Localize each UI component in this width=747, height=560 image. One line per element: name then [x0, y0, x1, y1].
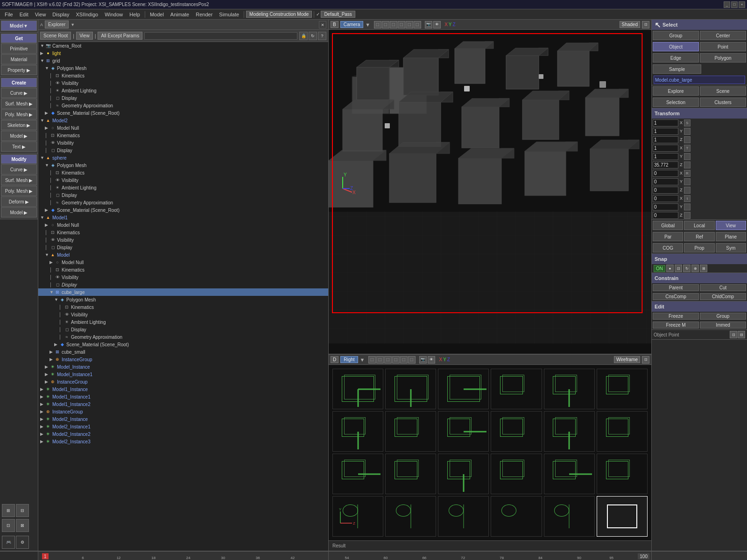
tree-item-2[interactable]: ▼⊞grid: [38, 57, 328, 64]
tree-item-34[interactable]: ▼◈Polygon Mesh: [38, 296, 328, 303]
explorer-tab[interactable]: Explorer: [45, 21, 69, 28]
tree-toggle-12[interactable]: │: [45, 133, 49, 138]
construction-mode-btn[interactable]: Modeling Construction Mode: [246, 11, 312, 18]
tree-item-16[interactable]: ▼◈Polygon Mesh: [38, 161, 328, 169]
view-icon-2[interactable]: ⚙: [16, 536, 29, 549]
tree-item-36[interactable]: │👁Visibility: [38, 311, 328, 318]
get-header[interactable]: Get: [1, 34, 37, 43]
right-icon-6[interactable]: ⬚: [408, 356, 416, 364]
point-btn[interactable]: Point: [700, 42, 746, 51]
tree-toggle-1[interactable]: ▶: [40, 51, 45, 56]
trans-z-input[interactable]: [653, 161, 678, 168]
tree-item-19[interactable]: │☀Ambient Lighting: [38, 184, 328, 191]
tree-toggle-18[interactable]: │: [49, 178, 54, 182]
tree-toggle-15[interactable]: ▼: [40, 155, 45, 160]
tree-toggle-19[interactable]: │: [49, 185, 54, 190]
right-icon-2[interactable]: ⬚: [376, 356, 384, 364]
snap-icon-a[interactable]: ●: [666, 265, 674, 272]
snap-icon-3[interactable]: ⊡: [2, 519, 15, 532]
tree-toggle-28[interactable]: ▼: [45, 252, 49, 257]
clusters-btn[interactable]: Clusters: [700, 98, 746, 107]
selection-btn[interactable]: Selection: [653, 98, 699, 107]
tree-toggle-31[interactable]: │: [49, 275, 54, 280]
prop-btn[interactable]: Prop: [684, 243, 714, 252]
tree-toggle-53[interactable]: ▶: [40, 439, 45, 444]
pass-btn[interactable]: Default_Pass: [321, 11, 355, 18]
tree-toggle-0[interactable]: ▼: [40, 43, 45, 48]
close-btn[interactable]: ×: [739, 1, 745, 8]
tree-item-39[interactable]: │≈Geometry Approximation: [38, 333, 328, 341]
tree-item-18[interactable]: │👁Visibility: [38, 176, 328, 184]
tree-item-22[interactable]: ▶◆Scene_Material (Scene_Root): [38, 206, 328, 214]
tree-toggle-38[interactable]: │: [59, 327, 63, 332]
viewport-expand-btn[interactable]: ⊡: [642, 21, 649, 28]
tree-toggle-16[interactable]: ▼: [45, 163, 49, 168]
tree-item-21[interactable]: │≈Geometry Approximation: [38, 199, 328, 206]
tree-item-20[interactable]: │◻Display: [38, 191, 328, 199]
skeleton-btn[interactable]: Skeleton ▶: [1, 120, 37, 130]
object-btn[interactable]: Object: [653, 42, 699, 51]
view-icon-1[interactable]: 🎮: [2, 536, 15, 549]
right-icon-4[interactable]: ⬚: [392, 356, 400, 364]
tree-toggle-7[interactable]: │: [49, 96, 54, 100]
tree-item-42[interactable]: ▶⊕InstanceGroup: [38, 356, 328, 363]
tree-toggle-46[interactable]: ▶: [40, 387, 45, 392]
tree-item-51[interactable]: ▶✳Model2_Instance1: [38, 423, 328, 430]
material-btn[interactable]: Material: [1, 54, 37, 64]
surf-mesh-modify-btn[interactable]: Surf. Mesh ▶: [1, 175, 37, 185]
cam-icon-3[interactable]: ⬚: [390, 21, 397, 28]
tree-toggle-51[interactable]: ▶: [40, 424, 45, 429]
trans-y-input[interactable]: [653, 153, 678, 160]
tree-toggle-45[interactable]: ▶: [45, 379, 49, 384]
snap-icon-c[interactable]: ↻: [683, 265, 691, 272]
camera-btn[interactable]: Camera: [340, 21, 364, 28]
tree-toggle-10[interactable]: ▼: [40, 118, 45, 123]
t2y-btn[interactable]: [684, 203, 691, 210]
menu-display[interactable]: Display: [49, 11, 72, 18]
ref-btn[interactable]: Ref: [684, 232, 714, 241]
cam-icon-4[interactable]: ⬚: [398, 21, 405, 28]
tree-item-0[interactable]: ▼📷Camera_Root: [38, 42, 328, 49]
t-btn[interactable]: T: [684, 145, 691, 152]
poly-mesh-modify-btn[interactable]: Poly. Mesh ▶: [1, 186, 37, 196]
tree-item-50[interactable]: ▶✳Model2_Instance: [38, 415, 328, 423]
tree-item-8[interactable]: │≈Geometry Approximation: [38, 102, 328, 109]
snap-icon-1[interactable]: ⊞: [2, 504, 15, 517]
primitive-btn[interactable]: Primitive: [1, 43, 37, 54]
tree-toggle-33[interactable]: ▼: [49, 290, 54, 294]
tree-item-40[interactable]: ▶◆Scene_Material (Scene_Root): [38, 341, 328, 348]
tree-toggle-25[interactable]: │: [45, 230, 49, 235]
tree-toggle-47[interactable]: ▶: [40, 394, 45, 399]
t2z-btn[interactable]: [684, 212, 691, 219]
t2-y-input[interactable]: [653, 203, 678, 210]
ry-btn[interactable]: [684, 178, 691, 185]
obj-pt-icon-1[interactable]: ⊡: [730, 331, 737, 338]
freeze-btn[interactable]: Freeze: [653, 313, 699, 320]
chldcomp-btn[interactable]: ChldComp: [700, 293, 746, 300]
right-eye-icon[interactable]: 👁: [428, 356, 435, 364]
refresh-icon[interactable]: ↻: [309, 32, 317, 40]
explorer-close-btn[interactable]: ×: [319, 21, 326, 28]
menu-edit[interactable]: Edit: [17, 11, 31, 18]
filter-btn[interactable]: All Except Params: [98, 32, 142, 40]
tree-toggle-35[interactable]: │: [59, 305, 63, 309]
scale-y-input[interactable]: [653, 128, 678, 135]
menu-model[interactable]: Model: [147, 11, 167, 18]
tree-toggle-37[interactable]: │: [59, 320, 63, 324]
tree-item-31[interactable]: │👁Visibility: [38, 273, 328, 281]
menu-file[interactable]: File: [2, 11, 16, 18]
tree-item-17[interactable]: │⊡Kinematics: [38, 169, 328, 176]
modify-header[interactable]: Modify: [1, 154, 37, 164]
tree-toggle-40[interactable]: ▶: [54, 342, 59, 347]
model-mode-btn[interactable]: Model ▼: [1, 21, 37, 31]
tree-toggle-3[interactable]: ▼: [45, 66, 49, 70]
poly-mesh-btn[interactable]: Poly. Mesh ▶: [1, 109, 37, 119]
sy-btn[interactable]: [684, 128, 691, 135]
model-create-btn[interactable]: Model ▶: [1, 131, 37, 141]
tree-item-30[interactable]: │⊡Kinematics: [38, 266, 328, 273]
tree-item-32[interactable]: │◻Display: [38, 281, 328, 288]
rot-y-input[interactable]: [653, 178, 678, 185]
menu-simulate[interactable]: Simulate: [216, 11, 242, 18]
sym-btn[interactable]: Sym: [716, 243, 746, 252]
obj-pt-icon-2[interactable]: ⊟: [738, 331, 745, 338]
